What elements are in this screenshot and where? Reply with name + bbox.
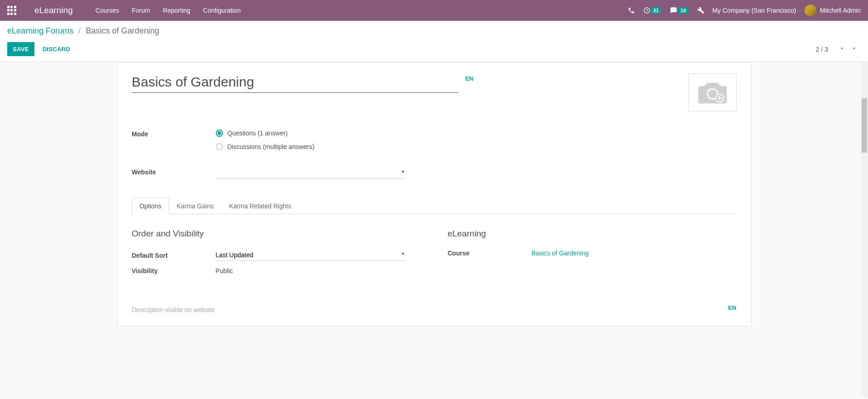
form-sheet-bg: EN Mode Questions (1 answer) [0, 62, 868, 397]
messages-icon[interactable]: 10 [669, 7, 689, 14]
mode-label: Mode [132, 130, 216, 138]
breadcrumb: eLearning Forums / Basics of Gardening [7, 26, 861, 36]
activities-badge: 31 [650, 7, 661, 14]
user-menu[interactable]: Mitchell Admin [805, 5, 861, 16]
apps-icon[interactable] [7, 6, 16, 15]
nav-forum[interactable]: Forum [132, 7, 150, 14]
messages-badge: 10 [678, 7, 689, 14]
scrollbar-thumb[interactable] [862, 98, 867, 153]
app-name[interactable]: eLearning [34, 5, 73, 15]
website-label: Website [132, 168, 216, 176]
pager-text[interactable]: 2 / 3 [816, 46, 828, 53]
visibility-value: Public [216, 267, 233, 274]
phone-icon[interactable] [628, 7, 635, 14]
course-link[interactable]: Basics of Gardening [532, 250, 589, 257]
breadcrumb-separator: / [78, 26, 81, 35]
breadcrumb-current: Basics of Gardening [86, 26, 159, 35]
save-button[interactable]: SAVE [7, 42, 34, 56]
description-field[interactable]: Description visible on website EN [132, 304, 737, 315]
activities-icon[interactable]: 31 [643, 7, 661, 14]
header-right: 31 10 My Company (San Francisco) Mitchel… [628, 5, 861, 16]
website-select[interactable] [216, 168, 406, 179]
breadcrumb-parent[interactable]: eLearning Forums [7, 26, 73, 35]
section-order-visibility-heading: Order and Visibility [132, 229, 421, 239]
tab-options[interactable]: Options [132, 197, 169, 214]
camera-icon [697, 80, 728, 105]
description-lang-badge[interactable]: EN [728, 304, 736, 311]
chevron-right-icon [852, 45, 857, 52]
title-lang-badge[interactable]: EN [465, 75, 473, 82]
default-sort-select[interactable] [216, 250, 406, 261]
default-sort-label: Default Sort [132, 252, 216, 259]
nav-configuration[interactable]: Configuration [203, 7, 241, 14]
chevron-left-icon [839, 45, 844, 52]
form-sheet: EN Mode Questions (1 answer) [117, 62, 752, 327]
description-placeholder: Description visible on website [132, 304, 737, 315]
image-upload[interactable] [689, 73, 737, 111]
avatar [805, 5, 816, 16]
username: Mitchell Admin [820, 7, 861, 14]
title-input[interactable] [132, 73, 458, 93]
radio-checked-icon [216, 130, 223, 137]
control-panel: eLearning Forums / Basics of Gardening S… [0, 21, 868, 62]
tab-karma-rights[interactable]: Karma Related Rights [221, 197, 299, 214]
radio-discussions-label: Discussions (multiple answers) [228, 143, 315, 150]
nav-menu: Courses Forum Reporting Configuration [96, 7, 241, 14]
company-switcher[interactable]: My Company (San Francisco) [713, 7, 796, 14]
tools-icon[interactable] [697, 7, 704, 14]
discard-button[interactable]: DISCARD [40, 42, 73, 56]
tabs: Options Karma Gains Karma Related Rights [132, 197, 737, 214]
tab-content-options: Order and Visibility Default Sort Visibi… [132, 214, 737, 295]
section-elearning-heading: eLearning [448, 229, 737, 239]
tab-karma-gains[interactable]: Karma Gains [169, 197, 222, 214]
course-label: Course [448, 250, 532, 257]
visibility-label: Visibility [132, 267, 216, 274]
nav-reporting[interactable]: Reporting [163, 7, 190, 14]
pager-prev-button[interactable] [835, 42, 848, 56]
top-navbar: eLearning Courses Forum Reporting Config… [0, 0, 868, 21]
nav-courses[interactable]: Courses [96, 7, 119, 14]
pager-next-button[interactable] [848, 42, 861, 56]
radio-mode-questions[interactable]: Questions (1 answer) [216, 130, 406, 137]
radio-questions-label: Questions (1 answer) [228, 130, 288, 137]
scrollbar[interactable] [861, 62, 868, 397]
radio-mode-discussions[interactable]: Discussions (multiple answers) [216, 143, 406, 150]
radio-unchecked-icon [216, 143, 223, 150]
